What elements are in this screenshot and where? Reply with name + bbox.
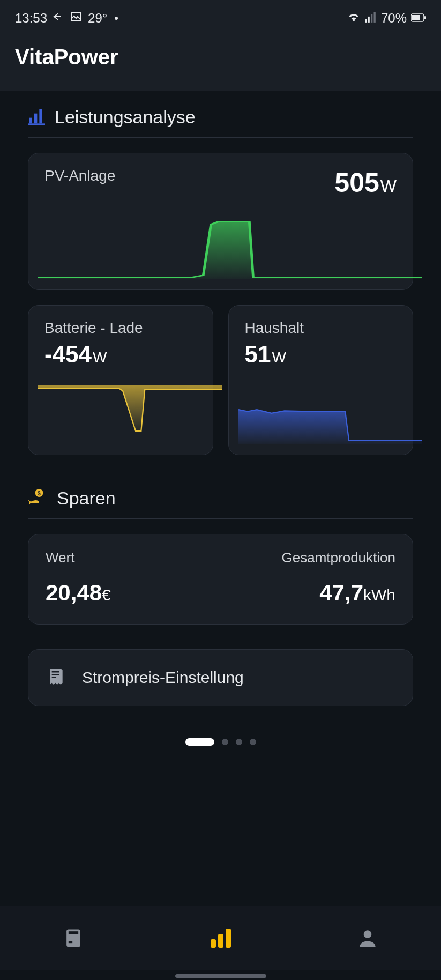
household-chart [238, 385, 423, 444]
status-bar: 13:53 29° 70% [0, 0, 441, 34]
nav-device[interactable] [57, 922, 89, 954]
page-dot-active [185, 738, 214, 746]
savings-prod-value: 47,7kWh [282, 580, 395, 606]
price-settings-label: Strompreis-Einstellung [82, 669, 244, 687]
gesture-bar[interactable] [175, 974, 266, 978]
pv-label: PV-Anlage [44, 167, 115, 184]
household-label: Haushalt [245, 320, 397, 337]
page-dot [222, 739, 228, 745]
savings-wert-label: Wert [46, 550, 111, 566]
svg-rect-1 [365, 19, 367, 23]
svg-rect-3 [371, 14, 372, 23]
svg-point-23 [363, 930, 371, 938]
svg-rect-6 [412, 15, 420, 20]
battery-chart [38, 385, 222, 444]
nav-stats-active[interactable] [204, 922, 236, 954]
app-header: VitaPower [0, 34, 441, 91]
pv-chart [38, 209, 422, 279]
app-title: VitaPower [15, 45, 426, 69]
wifi-icon [347, 11, 361, 26]
status-temp: 29° [88, 11, 107, 26]
status-left: 13:53 29° [15, 10, 118, 26]
household-value: 51W [245, 341, 397, 368]
svg-rect-18 [69, 931, 78, 934]
savings-prod-label: Gesamtproduktion [282, 550, 395, 566]
svg-rect-15 [52, 674, 59, 675]
status-dot [115, 17, 118, 20]
bar-chart-icon [28, 108, 45, 127]
page-indicator[interactable] [28, 738, 413, 746]
section-title-analysis: Leistungsanalyse [55, 107, 196, 128]
svg-rect-10 [39, 109, 42, 123]
svg-rect-14 [52, 671, 59, 673]
receipt-icon [46, 666, 67, 689]
svg-rect-4 [373, 12, 375, 23]
svg-rect-9 [34, 113, 37, 123]
svg-rect-19 [69, 941, 72, 944]
page-dot [236, 739, 242, 745]
arrow-icon [53, 11, 64, 26]
savings-wert-value: 20,48€ [46, 580, 111, 606]
section-header-savings: $ Sparen [28, 487, 413, 519]
svg-text:$: $ [38, 490, 41, 496]
page-dot [250, 739, 256, 745]
savings-icon: $ [28, 487, 47, 509]
main-content: Leistungsanalyse PV-Anlage 505W Batterie… [0, 91, 441, 746]
svg-rect-2 [368, 17, 369, 23]
nav-profile[interactable] [352, 922, 384, 954]
battery-value: -454W [44, 341, 197, 368]
household-card[interactable]: Haushalt 51W [228, 305, 414, 455]
battery-label: Batterie - Lade [44, 320, 197, 337]
savings-card[interactable]: Wert 20,48€ Gesamtproduktion 47,7kWh [28, 534, 413, 625]
svg-rect-16 [52, 677, 56, 678]
savings-wert-col: Wert 20,48€ [46, 550, 111, 606]
pv-card[interactable]: PV-Anlage 505W [28, 153, 413, 290]
svg-rect-7 [424, 16, 426, 19]
svg-rect-20 [211, 939, 216, 948]
svg-rect-22 [226, 929, 231, 948]
section-title-savings: Sparen [57, 488, 116, 509]
bottom-nav [0, 906, 441, 970]
savings-prod-col: Gesamtproduktion 47,7kWh [282, 550, 395, 606]
battery-icon [411, 11, 426, 26]
battery-card[interactable]: Batterie - Lade -454W [28, 305, 213, 455]
section-header-analysis: Leistungsanalyse [28, 107, 413, 138]
status-time: 13:53 [15, 11, 47, 26]
price-settings-button[interactable]: Strompreis-Einstellung [28, 649, 413, 706]
svg-rect-21 [218, 934, 223, 948]
pv-value: 505W [334, 167, 397, 198]
image-icon [70, 10, 83, 26]
status-battery-pct: 70% [381, 11, 407, 26]
status-right: 70% [347, 11, 426, 26]
signal-icon [365, 11, 377, 26]
svg-rect-8 [29, 117, 32, 123]
